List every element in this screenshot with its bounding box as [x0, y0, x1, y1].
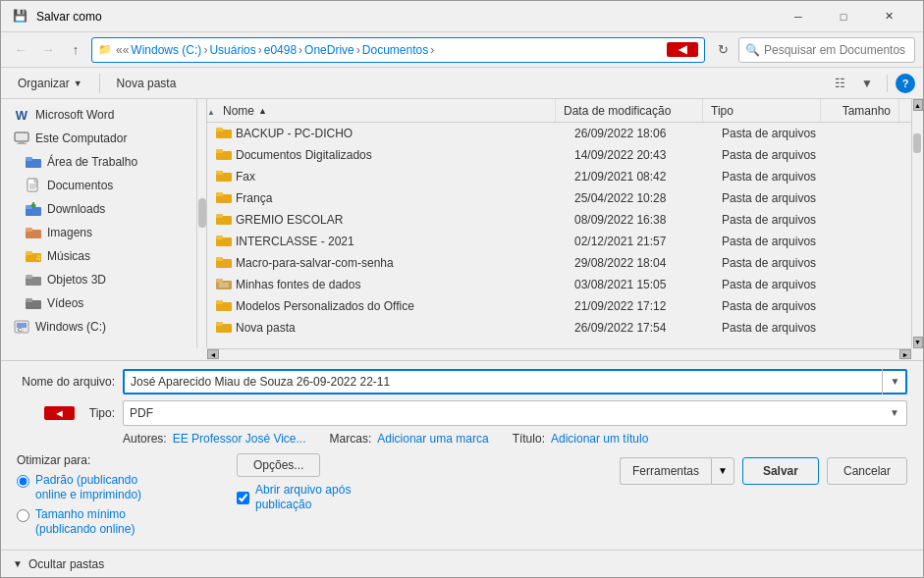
filetype-select[interactable]: PDF Documento do Word (*.docx) Página da…: [123, 400, 907, 426]
breadcrumb-windows[interactable]: Windows (C:): [131, 43, 201, 57]
file-list-scroll[interactable]: BACKUP - PC-DICHO 26/09/2022 18:06 Pasta…: [207, 123, 911, 348]
file-rows-container: BACKUP - PC-DICHO 26/09/2022 18:06 Pasta…: [207, 123, 911, 339]
breadcrumb-documentos[interactable]: Documentos: [362, 43, 428, 57]
table-row[interactable]: Macro-para-salvar-com-senha 29/08/2022 1…: [207, 252, 911, 274]
ferramentas-arrow-button[interactable]: ▼: [711, 457, 734, 485]
sidebar-item-word[interactable]: W Microsoft Word: [1, 103, 196, 127]
sidebar-item-videos[interactable]: Vídeos: [1, 291, 196, 315]
svg-rect-39: [216, 279, 223, 283]
open-after-checkbox[interactable]: [237, 492, 249, 504]
file-name: Nova pasta: [236, 321, 296, 335]
file-date: 21/09/2022 17:12: [574, 299, 666, 313]
column-tamanho[interactable]: Tamanho: [821, 99, 899, 122]
sidebar-downloads-label: Downloads: [47, 202, 105, 216]
scroll-track: [912, 111, 923, 337]
titulo-value[interactable]: Adicionar um título: [551, 432, 648, 446]
up-button[interactable]: ↑: [64, 38, 87, 62]
sidebar-item-objects3d[interactable]: Objetos 3D: [1, 268, 196, 291]
back-button[interactable]: ←: [9, 38, 32, 62]
filename-input[interactable]: [123, 369, 907, 394]
sidebar-item-music[interactable]: ♫ Músicas: [1, 244, 196, 268]
file-name: Fax: [236, 170, 255, 184]
scroll-right-button[interactable]: ►: [899, 349, 911, 359]
options-btn-area: Opções... Abrir arquivo apóspublicação: [237, 453, 351, 513]
file-date: 02/12/2021 21:57: [574, 235, 666, 248]
svg-rect-35: [216, 236, 223, 239]
svg-rect-42: [216, 300, 223, 304]
table-row[interactable]: Fax 21/09/2021 08:42 Pasta de arquivos: [207, 166, 911, 187]
sidebar: W Microsoft Word Este Computador: [1, 99, 197, 348]
sidebar-item-desktop[interactable]: Área de Trabalho: [1, 150, 196, 174]
file-date-cell: 29/08/2022 18:04: [567, 253, 714, 273]
horizontal-scrollbar[interactable]: ◄ ►: [207, 348, 911, 360]
optimize-min-label[interactable]: Tamanho mínimo(publicando online): [35, 507, 135, 538]
hide-folders-toggle[interactable]: ▼ Ocultar pastas: [13, 557, 104, 571]
help-button[interactable]: ?: [896, 74, 915, 93]
address-bar[interactable]: 📁 «« Windows (C:) › Usuários › e0498 › O…: [91, 37, 705, 63]
organizar-button[interactable]: Organizar ▼: [9, 72, 91, 95]
sidebar-item-images[interactable]: Imagens: [1, 221, 196, 244]
options-button[interactable]: Opções...: [237, 453, 320, 477]
sidebar-item-documents[interactable]: Documentos: [1, 174, 196, 197]
forward-button[interactable]: →: [36, 38, 60, 62]
breadcrumb-onedrive[interactable]: OneDrive: [304, 43, 354, 57]
title-bar-left: 💾 Salvar como: [13, 9, 102, 25]
open-after-label[interactable]: Abrir arquivo apóspublicação: [255, 483, 351, 513]
scroll-left-button[interactable]: ◄: [207, 349, 219, 359]
folder-icon: [216, 320, 232, 336]
column-tipo[interactable]: Tipo: [703, 99, 821, 122]
sidebar-music-label: Músicas: [47, 249, 90, 263]
file-size-cell: [832, 232, 910, 251]
maximize-button[interactable]: □: [821, 1, 866, 32]
file-size-cell: [832, 318, 910, 338]
view-arrow-button[interactable]: ▼: [855, 72, 879, 95]
sidebar-desktop-label: Área de Trabalho: [47, 155, 137, 169]
sidebar-item-windows[interactable]: C: Windows (C:): [1, 315, 196, 339]
table-row[interactable]: Modelos Personalizados do Office 21/09/2…: [207, 295, 911, 317]
column-nome[interactable]: Nome ▲: [215, 99, 556, 122]
optimize-min-radio[interactable]: [17, 509, 29, 522]
breadcrumb-e0498[interactable]: e0498: [264, 43, 297, 57]
search-input[interactable]: [764, 43, 911, 57]
autores-value[interactable]: EE Professor José Vice...: [173, 432, 306, 446]
file-date: 25/04/2022 10:28: [574, 191, 666, 205]
close-button[interactable]: ✕: [866, 1, 911, 32]
file-type: Pasta de arquivos: [722, 278, 816, 291]
ferramentas-button[interactable]: Ferramentas: [620, 457, 711, 485]
sidebar-item-downloads[interactable]: Downloads: [1, 197, 196, 221]
sidebar-scrollbar[interactable]: [197, 99, 207, 348]
svg-rect-2: [17, 143, 27, 144]
table-row[interactable]: Nova pasta 26/09/2022 17:54 Pasta de arq…: [207, 317, 911, 339]
file-list-area: ▲ Nome ▲ Data de modificação Tipo Tamanh…: [207, 99, 911, 348]
column-data[interactable]: Data de modificação: [556, 99, 703, 122]
table-row[interactable]: INTERCLASSE - 2021 02/12/2021 21:57 Past…: [207, 231, 911, 252]
optimize-standard-radio[interactable]: [17, 475, 29, 488]
cancelar-button[interactable]: Cancelar: [827, 457, 907, 485]
minimize-button[interactable]: ─: [776, 1, 821, 32]
filename-dropdown-button[interactable]: ▼: [882, 369, 907, 394]
table-row[interactable]: Minhas fontes de dados 03/08/2021 15:05 …: [207, 274, 911, 295]
sidebar-scrollbar-thumb: [198, 198, 206, 228]
file-type: Pasta de arquivos: [722, 321, 816, 335]
table-row[interactable]: GREMIO ESCOLAR 08/09/2022 16:38 Pasta de…: [207, 209, 911, 231]
search-box[interactable]: 🔍: [738, 37, 915, 63]
table-row[interactable]: BACKUP - PC-DICHO 26/09/2022 18:06 Pasta…: [207, 123, 911, 144]
nova-pasta-button[interactable]: Nova pasta: [108, 72, 186, 95]
view-grid-button[interactable]: ☷: [828, 72, 851, 95]
nova-pasta-label: Nova pasta: [117, 77, 177, 90]
filelist-scrollbar[interactable]: ▲ ▼: [911, 99, 923, 348]
address-annotation: ◀: [667, 42, 698, 57]
refresh-button[interactable]: ↻: [711, 38, 734, 62]
table-row[interactable]: Documentos Digitalizados 14/09/2022 20:4…: [207, 144, 911, 166]
scroll-down-button[interactable]: ▼: [913, 337, 923, 348]
scroll-up-button[interactable]: ▲: [913, 99, 923, 111]
filename-label: Nome do arquivo:: [17, 375, 115, 389]
optimize-standard-label[interactable]: Padrão (publicandoonline e imprimindo): [35, 473, 141, 503]
table-row[interactable]: França 25/04/2022 10:28 Pasta de arquivo…: [207, 187, 911, 209]
salvar-button[interactable]: Salvar: [742, 457, 819, 485]
sidebar-item-computer[interactable]: Este Computador: [1, 127, 196, 150]
scroll-thumb: [913, 133, 921, 153]
downloads-icon: [26, 201, 41, 217]
breadcrumb-usuarios[interactable]: Usuários: [209, 43, 255, 57]
marcas-value[interactable]: Adicionar uma marca: [377, 432, 488, 446]
